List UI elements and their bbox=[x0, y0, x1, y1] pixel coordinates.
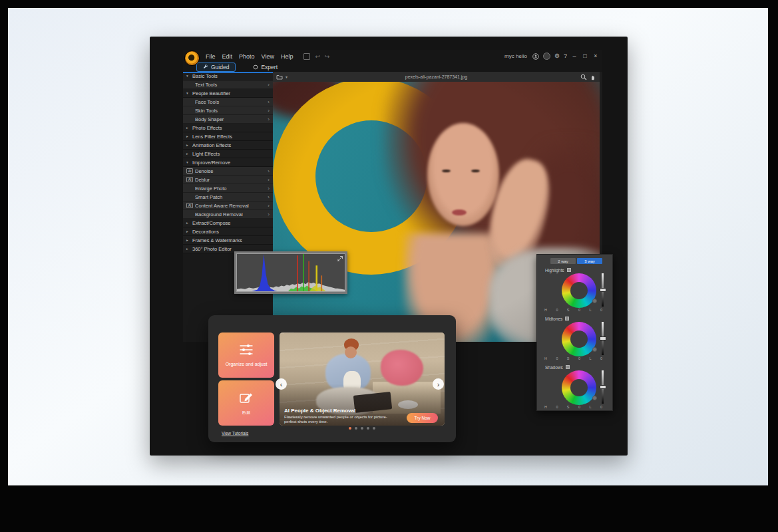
sidebar-item-lens-filter-effects[interactable]: ▸Lens Filter Effects bbox=[183, 132, 273, 141]
triangle-right-icon: ▸ bbox=[186, 126, 192, 130]
sidebar-item-text-tools[interactable]: Text Tools› bbox=[183, 80, 273, 89]
color-tab-3-way[interactable]: 3 way bbox=[577, 258, 602, 264]
carousel-dot[interactable] bbox=[361, 427, 363, 430]
slider-handle[interactable] bbox=[600, 336, 606, 340]
minimize-button[interactable]: – bbox=[571, 53, 578, 59]
menu-bar: FileEditPhotoViewHelp bbox=[206, 53, 293, 60]
sidebar-item-label: Decorations bbox=[192, 229, 270, 235]
sidebar-item-background-removal[interactable]: Background Removal› bbox=[183, 210, 273, 219]
carousel-next-button[interactable]: › bbox=[433, 378, 444, 390]
sidebar-item-denoise[interactable]: AIDenoise› bbox=[183, 167, 273, 176]
edit-card-label: Edit bbox=[242, 410, 250, 415]
sidebar-item-label: Enlarge Photo bbox=[195, 186, 268, 192]
help-icon[interactable]: ? bbox=[564, 53, 567, 59]
sidebar-item-enlarge-photo[interactable]: Enlarge Photo› bbox=[183, 184, 273, 193]
promo-carousel: AI People & Object Removal Flawlessly re… bbox=[280, 332, 445, 426]
hue-wheel[interactable] bbox=[562, 273, 596, 308]
color-panel-tabs: 2 way3 way bbox=[550, 258, 612, 264]
try-now-button[interactable]: Try Now bbox=[407, 413, 438, 423]
sidebar-item-photo-effects[interactable]: ▸Photo Effects bbox=[183, 124, 273, 132]
sidebar-item-smart-patch[interactable]: Smart Patch› bbox=[183, 193, 273, 201]
reset-knob[interactable] bbox=[592, 347, 597, 352]
readout-value: S bbox=[567, 308, 570, 312]
sidebar-item-face-tools[interactable]: Face Tools› bbox=[183, 98, 273, 106]
chevron-right-icon: › bbox=[268, 186, 270, 192]
slider-handle[interactable] bbox=[600, 385, 606, 389]
menu-help[interactable]: Help bbox=[281, 53, 293, 60]
organize-card-label: Organize and adjust bbox=[226, 362, 268, 366]
readout-value: 0 bbox=[600, 356, 602, 360]
hue-wheel[interactable] bbox=[562, 322, 596, 356]
tab-guided[interactable]: Guided bbox=[196, 63, 236, 72]
redo-icon[interactable]: ↪ bbox=[325, 53, 330, 60]
sidebar-item-label: Light Effects bbox=[192, 151, 270, 157]
sidebar-item-label: Denoise bbox=[195, 168, 268, 174]
active-tab-underline bbox=[183, 72, 273, 73]
hue-wheel[interactable] bbox=[562, 370, 596, 405]
notifications-icon[interactable] bbox=[543, 53, 550, 60]
readout-value: S bbox=[567, 356, 570, 360]
zoom-icon[interactable] bbox=[580, 74, 587, 80]
luminance-slider[interactable] bbox=[602, 322, 604, 355]
readout-value: 0 bbox=[578, 405, 580, 409]
folder-icon bbox=[276, 74, 283, 80]
carousel-dot[interactable] bbox=[367, 427, 369, 430]
checkbox[interactable] bbox=[567, 268, 571, 272]
file-browser-button[interactable]: ▾ bbox=[276, 74, 288, 80]
readout-value: 0 bbox=[578, 308, 580, 312]
readout-value: H bbox=[544, 356, 547, 360]
luminance-slider[interactable] bbox=[602, 273, 604, 307]
sidebar-item-extract-compose[interactable]: ▸Extract/Compose bbox=[183, 219, 273, 227]
readout-value: 0 bbox=[600, 405, 602, 409]
settings-gear-icon[interactable]: ⚙ bbox=[554, 53, 560, 59]
carousel-dot[interactable] bbox=[355, 427, 357, 430]
sidebar-item-label: Body Shaper bbox=[195, 116, 268, 122]
sidebar-item-decorations[interactable]: ▸Decorations bbox=[183, 227, 273, 236]
checkbox[interactable] bbox=[566, 365, 570, 369]
sidebar-item-body-shaper[interactable]: Body Shaper› bbox=[183, 115, 273, 124]
sidebar-item-improve-remove[interactable]: ▾Improve/Remove bbox=[183, 158, 273, 167]
chevron-right-icon: › bbox=[268, 168, 270, 174]
sidebar-item-frames-watermarks[interactable]: ▸Frames & Watermarks bbox=[183, 236, 273, 245]
tab-expert-label: Expert bbox=[261, 64, 278, 70]
color-tab-2-way[interactable]: 2 way bbox=[550, 258, 576, 264]
sidebar-item-light-effects[interactable]: ▸Light Effects bbox=[183, 150, 273, 158]
user-avatar-icon[interactable] bbox=[532, 53, 539, 60]
sidebar-item-label: Content Aware Removal bbox=[195, 203, 268, 209]
panel-toggle-icon[interactable] bbox=[303, 53, 310, 60]
user-label: myc hello bbox=[504, 53, 527, 59]
carousel-dot[interactable] bbox=[373, 427, 375, 430]
reset-knob[interactable] bbox=[592, 396, 597, 400]
menu-view[interactable]: View bbox=[262, 53, 274, 60]
readout-value: L bbox=[589, 356, 591, 360]
close-button[interactable]: × bbox=[592, 53, 599, 59]
tab-expert[interactable]: Expert bbox=[246, 63, 284, 72]
maximize-button[interactable]: □ bbox=[582, 53, 588, 59]
chevron-right-icon: › bbox=[268, 108, 270, 114]
menu-file[interactable]: File bbox=[206, 53, 216, 60]
luminance-slider[interactable] bbox=[602, 370, 604, 404]
carousel-dot[interactable] bbox=[349, 427, 351, 430]
sidebar-item-animation-effects[interactable]: ▸Animation Effects bbox=[183, 141, 273, 150]
edit-card[interactable]: Edit bbox=[218, 380, 274, 426]
menu-edit[interactable]: Edit bbox=[222, 53, 233, 60]
expand-icon[interactable] bbox=[337, 255, 343, 262]
sidebar-item-people-beautifier[interactable]: ▾People Beautifier bbox=[183, 89, 273, 98]
organize-adjust-card[interactable]: Organize and adjust bbox=[218, 332, 274, 378]
sidebar-item-skin-tools[interactable]: Skin Tools› bbox=[183, 106, 273, 115]
pan-hand-icon[interactable] bbox=[590, 74, 596, 80]
slider-handle[interactable] bbox=[600, 288, 606, 292]
undo-icon[interactable]: ↩ bbox=[315, 53, 320, 60]
sidebar-item-label: Basic Tools bbox=[192, 73, 270, 79]
sidebar-item-deblur[interactable]: AIDeblur› bbox=[183, 176, 273, 184]
menu-photo[interactable]: Photo bbox=[239, 53, 255, 60]
sidebar-item-label: Deblur bbox=[195, 177, 268, 183]
titlebar-tools: ↩ ↪ bbox=[303, 53, 329, 60]
reset-knob[interactable] bbox=[592, 299, 597, 303]
carousel-prev-button[interactable]: ‹ bbox=[276, 378, 287, 390]
checkbox[interactable] bbox=[565, 317, 569, 321]
readout-value: H bbox=[544, 308, 547, 312]
sidebar-item-content-aware-removal[interactable]: AIContent Aware Removal› bbox=[183, 201, 273, 210]
sidebar-item-label: Face Tools bbox=[195, 99, 268, 105]
view-tutorials-link[interactable]: View Tutorials bbox=[222, 431, 248, 436]
